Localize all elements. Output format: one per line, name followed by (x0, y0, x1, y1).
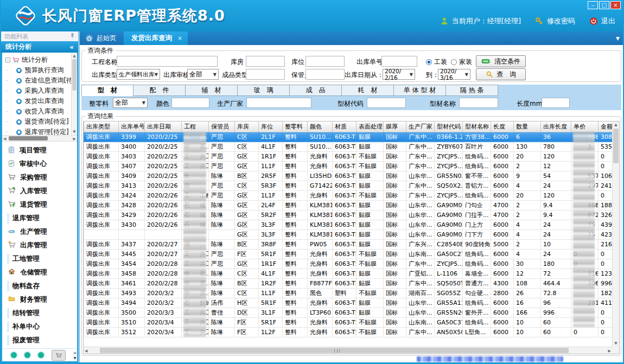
tree-item[interactable]: ┈退货查询[待定] (5, 117, 77, 127)
column-header[interactable]: 膜厚 (384, 122, 406, 132)
table-row[interactable]: 调拨出库34542020/2/28工共工程严思G区1R1F整料光身料6063-T… (84, 259, 613, 269)
column-header[interactable]: 库房 (235, 122, 259, 132)
tree-horizontal-scrollbar[interactable]: ◀▶ (2, 135, 77, 142)
date-to-picker[interactable]: 2020/ 3/16▼ (438, 69, 470, 80)
sidebar-item-生产管理[interactable]: 生产管理 (8, 227, 77, 238)
minimize-button[interactable]: － (588, 1, 598, 9)
column-header[interactable]: 单价 (571, 122, 598, 132)
table-row[interactable]: 调拨出库35122020/3/4工共工程陈琳F区1L2F整料光身料6063-T5… (84, 327, 613, 337)
profile-code-input[interactable] (367, 98, 406, 108)
table-row[interactable]: 调拨出库34292020/2/26石城陈琳G区5R2F整料KLM38176063… (84, 210, 613, 220)
location-input[interactable] (305, 56, 345, 67)
tab-home[interactable]: 起始页 (80, 31, 124, 45)
table-row[interactable]: 调拨出库34032020/2/25工共工程严思G区1R1F整料光身料6063-T… (84, 151, 613, 161)
column-header[interactable]: 保管员 (209, 122, 235, 132)
menu-overflow-button[interactable]: »▾ (73, 350, 77, 360)
tree-item[interactable]: ┈退库管理[待定] (5, 127, 77, 135)
sidebar-item-采购管理[interactable]: 采购管理 (8, 173, 77, 183)
color-input[interactable] (171, 98, 209, 108)
clear-conditions-button[interactable]: 清空条件 (476, 55, 526, 67)
tree-item[interactable]: ┈收货入库查询 (5, 106, 77, 117)
material-tab-8[interactable]: 隔 热 条 (446, 85, 498, 96)
radio-home-wear[interactable]: 家装 (451, 58, 472, 67)
sidebar-item-出库管理[interactable]: 出库管理 (8, 240, 77, 251)
column-header[interactable]: 金额 (598, 122, 613, 132)
column-header[interactable]: 整零料 (283, 122, 308, 132)
table-row[interactable]: 调拨出库35002020/3/3工共工程曹佳D区3L1F整料LT3P606063… (84, 308, 613, 317)
sidebar-section-header[interactable]: 统计分析 « (1, 41, 78, 53)
out-type-select[interactable]: 生产领料出库▼ (117, 69, 160, 80)
material-tab-7[interactable]: 单 体 型 材 (394, 85, 446, 96)
table-row[interactable]: 调拨出库35102020/3/4工共工程陈琳F区5R1F整料光身料6063-T5… (84, 317, 613, 327)
tree-item[interactable]: ┈预算执行查询 (5, 65, 77, 75)
cart-button[interactable] (52, 350, 66, 361)
sidebar-item-物料盘存[interactable]: 物料盘存 (8, 280, 77, 291)
material-tab-6[interactable]: 耗 材 (342, 85, 394, 96)
tree-expander-icon[interactable]: - (5, 58, 10, 62)
material-tab-4[interactable]: 玻 璃 (238, 85, 290, 96)
maximize-button[interactable]: □ (599, 1, 609, 9)
sidebar-item-结转管理[interactable]: 结转管理 (8, 308, 77, 318)
tree-root[interactable]: - 统计分析 (5, 55, 77, 65)
tree-item[interactable]: ┈采购入库查询 (5, 86, 77, 96)
project-name-input[interactable] (117, 56, 218, 67)
table-row[interactable]: 调拨出库34452020/2/27工共工程严思F区5R1F整料光身料6063-T… (84, 249, 613, 259)
close-button[interactable]: × (610, 1, 621, 9)
tree-item[interactable]: ┈发货出库查询 (5, 96, 77, 106)
sidebar-item-审核中心[interactable]: 审核中心 (8, 159, 77, 170)
audit-select[interactable]: 全部▼ (187, 69, 219, 80)
tab-close-icon[interactable]: × (177, 35, 182, 42)
manufacturer-input[interactable] (246, 98, 311, 108)
table-row[interactable]: 调拨出库34242020/2/26工工程严思G区1L1F整料光身料6063-T5… (84, 190, 613, 200)
column-header[interactable]: 出库单号 (119, 122, 145, 132)
table-row[interactable]: 调拨出库34092020/2/25长...陈琳B区2R5F整料LI35HD606… (84, 171, 613, 181)
column-header[interactable]: 出库长度 (541, 122, 571, 132)
table-row[interactable]: 调拨出库34072020/2/25工共工程严思G区1L1F整料光身料6063-T… (84, 161, 613, 171)
whole-part-select[interactable]: 全部▼ (113, 98, 148, 108)
date-from-picker[interactable]: 2020/ 2/16▼ (383, 69, 415, 80)
table-row[interactable]: 调拨出库34002020/2/25华原...严思C区4L1F整料SU10...6… (84, 142, 613, 151)
sidebar-item-仓储管理[interactable]: 仓储管理 (8, 267, 77, 278)
profile-name-input[interactable] (459, 98, 498, 108)
green-dot-icon[interactable] (38, 352, 44, 358)
table-vertical-scrollbar[interactable]: ▲▼ (612, 122, 619, 347)
column-header[interactable]: 工程 (182, 122, 209, 132)
product-type-input[interactable] (246, 69, 285, 80)
sidebar-item-补单中心[interactable]: 补单中心 (8, 321, 77, 332)
table-row[interactable]: 调拨出库34282020/2/26石城陈琳G区2L4F整料KLM38176063… (84, 200, 613, 210)
sidebar-item-退库管理[interactable]: 退库管理 (8, 213, 77, 224)
change-password-link[interactable]: 修改密码 (547, 16, 575, 26)
material-tab-5[interactable]: 成 品 (290, 85, 342, 96)
table-horizontal-scrollbar[interactable]: ◀▶ (84, 347, 612, 354)
length-input[interactable] (542, 98, 570, 108)
table-row[interactable]: 调拨出库33992020/2/25华原...严思C区2L1F整料SU10...6… (84, 132, 613, 142)
table-row[interactable]: 调拨出库34372020/2/27佛...陈琳B区3R8F整料PW056063-… (84, 239, 613, 249)
column-header[interactable]: 生产厂家 (406, 122, 435, 132)
radio-work-wear[interactable]: 工装 (426, 58, 447, 67)
tree-vertical-scrollbar[interactable]: ▲ ▼ (71, 53, 77, 135)
table-row[interactable]: 调拨出库34582020/2/28华原...陈琳C区4L1F整料光身料6063-… (84, 269, 613, 278)
column-header[interactable]: 出库类型 (84, 122, 119, 132)
column-header[interactable]: 型材名称 (463, 122, 491, 132)
sidebar-item-工地管理[interactable]: 工地管理 (8, 253, 77, 264)
sidebar-item-退货管理[interactable]: 退货管理 (8, 200, 77, 210)
table-row[interactable]: 调拨出库34942020/3/2石辉城汤伟H区5R1F整料光身料6063-T5贴… (84, 298, 613, 308)
table-row[interactable]: 调拨出库34132020/2/26南...严思C区5R3F整料G71422606… (84, 181, 613, 190)
logout-link[interactable]: 退出 (601, 16, 615, 26)
table-row[interactable]: 调拨出库34612020/2/28华原...陈琳B区1R2F整料F8877FT6… (84, 278, 613, 288)
column-header[interactable]: 库位 (259, 122, 283, 132)
column-header[interactable]: 出库日期 (145, 122, 182, 132)
out-no-input[interactable] (381, 56, 417, 67)
column-header[interactable]: 长度 (491, 122, 514, 132)
material-tab-3[interactable]: 辅 材 (186, 85, 238, 96)
column-header[interactable]: 数量 (514, 122, 541, 132)
green-dot-icon[interactable] (11, 352, 17, 358)
table-row[interactable]: G区3L3F整料KLM38176063-T5贴膜国标山东华...GA90M09.… (84, 229, 613, 239)
pin-icon[interactable] (70, 33, 75, 40)
collapse-icon[interactable]: « (69, 43, 74, 51)
green-dot-icon[interactable] (24, 352, 30, 358)
table-row[interactable]: 调拨出库34932020/3/2华原...陈琳C区1L1F整料黑色塑料不贴膜国标… (84, 288, 613, 298)
tab-overflow-icon[interactable]: ▼ (616, 36, 620, 41)
keeper-input[interactable] (305, 69, 345, 80)
tree-item[interactable]: ┈在途信息查询[待 (5, 75, 77, 86)
